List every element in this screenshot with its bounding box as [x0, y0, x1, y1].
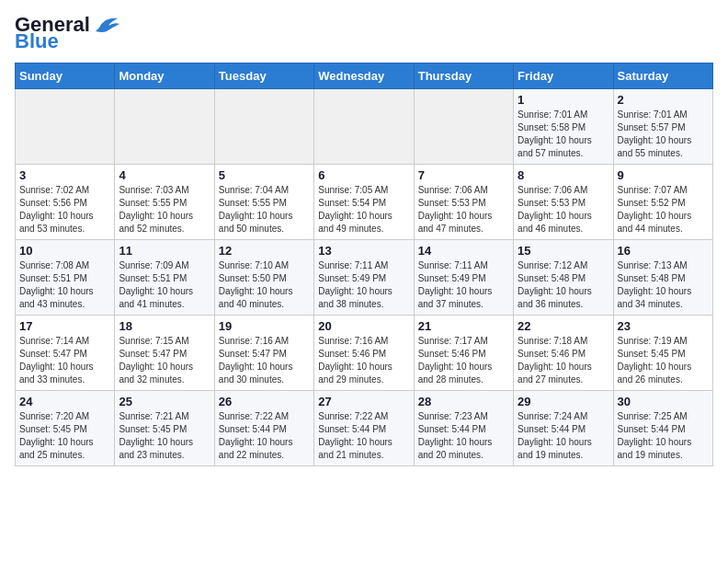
- day-info: Sunrise: 7:01 AMSunset: 5:58 PMDaylight:…: [518, 109, 609, 160]
- day-info: Sunrise: 7:03 AMSunset: 5:55 PMDaylight:…: [119, 184, 210, 236]
- day-number: 15: [518, 244, 609, 258]
- day-number: 3: [19, 168, 110, 182]
- day-number: 13: [318, 244, 409, 258]
- day-number: 21: [418, 319, 509, 333]
- day-header-wednesday: Wednesday: [314, 63, 414, 89]
- calendar-cell: 14Sunrise: 7:11 AMSunset: 5:49 PMDayligh…: [414, 240, 513, 316]
- calendar-cell: 4Sunrise: 7:03 AMSunset: 5:55 PMDaylight…: [115, 165, 214, 240]
- day-info: Sunrise: 7:16 AMSunset: 5:47 PMDaylight:…: [219, 335, 310, 386]
- day-info: Sunrise: 7:07 AMSunset: 5:52 PMDaylight:…: [618, 184, 709, 236]
- day-number: 11: [119, 244, 210, 258]
- week-row-2: 3Sunrise: 7:02 AMSunset: 5:56 PMDaylight…: [16, 165, 713, 240]
- day-info: Sunrise: 7:24 AMSunset: 5:44 PMDaylight:…: [518, 410, 609, 462]
- calendar-cell: 30Sunrise: 7:25 AMSunset: 5:44 PMDayligh…: [613, 391, 712, 466]
- day-number: 20: [318, 319, 409, 333]
- calendar-cell: 13Sunrise: 7:11 AMSunset: 5:49 PMDayligh…: [314, 240, 414, 316]
- calendar-cell: 16Sunrise: 7:13 AMSunset: 5:48 PMDayligh…: [613, 240, 712, 316]
- day-number: 8: [518, 168, 609, 182]
- day-info: Sunrise: 7:14 AMSunset: 5:47 PMDaylight:…: [19, 335, 110, 386]
- day-header-tuesday: Tuesday: [214, 63, 313, 89]
- calendar-cell: 25Sunrise: 7:21 AMSunset: 5:45 PMDayligh…: [115, 391, 214, 466]
- week-row-3: 10Sunrise: 7:08 AMSunset: 5:51 PMDayligh…: [16, 240, 713, 316]
- week-row-4: 17Sunrise: 7:14 AMSunset: 5:47 PMDayligh…: [16, 316, 713, 391]
- day-header-saturday: Saturday: [613, 63, 712, 89]
- day-info: Sunrise: 7:08 AMSunset: 5:51 PMDaylight:…: [19, 259, 110, 311]
- day-info: Sunrise: 7:19 AMSunset: 5:45 PMDaylight:…: [618, 335, 709, 386]
- calendar-cell: 22Sunrise: 7:18 AMSunset: 5:46 PMDayligh…: [514, 316, 613, 391]
- calendar-cell: 1Sunrise: 7:01 AMSunset: 5:58 PMDaylight…: [514, 89, 613, 165]
- day-number: 4: [119, 168, 210, 182]
- day-number: 28: [418, 395, 509, 408]
- day-info: Sunrise: 7:06 AMSunset: 5:53 PMDaylight:…: [418, 184, 509, 236]
- calendar-cell: [115, 89, 214, 165]
- day-info: Sunrise: 7:20 AMSunset: 5:45 PMDaylight:…: [19, 410, 110, 462]
- day-info: Sunrise: 7:02 AMSunset: 5:56 PMDaylight:…: [19, 184, 110, 236]
- day-info: Sunrise: 7:22 AMSunset: 5:44 PMDaylight:…: [318, 410, 409, 462]
- day-info: Sunrise: 7:11 AMSunset: 5:49 PMDaylight:…: [318, 259, 409, 311]
- day-info: Sunrise: 7:25 AMSunset: 5:44 PMDaylight:…: [618, 410, 709, 462]
- calendar-cell: 7Sunrise: 7:06 AMSunset: 5:53 PMDaylight…: [414, 165, 513, 240]
- day-number: 23: [618, 319, 709, 333]
- day-number: 29: [518, 395, 609, 408]
- day-number: 9: [618, 168, 709, 182]
- calendar-cell: [314, 89, 414, 165]
- calendar-cell: 9Sunrise: 7:07 AMSunset: 5:52 PMDaylight…: [613, 165, 712, 240]
- calendar-cell: 8Sunrise: 7:06 AMSunset: 5:53 PMDaylight…: [514, 165, 613, 240]
- day-info: Sunrise: 7:01 AMSunset: 5:57 PMDaylight:…: [618, 109, 709, 160]
- calendar-cell: 6Sunrise: 7:05 AMSunset: 5:54 PMDaylight…: [314, 165, 414, 240]
- day-info: Sunrise: 7:22 AMSunset: 5:44 PMDaylight:…: [219, 410, 310, 462]
- calendar-cell: 29Sunrise: 7:24 AMSunset: 5:44 PMDayligh…: [514, 391, 613, 466]
- week-row-5: 24Sunrise: 7:20 AMSunset: 5:45 PMDayligh…: [16, 391, 713, 466]
- day-number: 27: [318, 395, 409, 408]
- calendar-cell: [16, 89, 115, 165]
- day-header-friday: Friday: [514, 63, 613, 89]
- calendar-cell: 3Sunrise: 7:02 AMSunset: 5:56 PMDaylight…: [16, 165, 115, 240]
- day-header-thursday: Thursday: [414, 63, 513, 89]
- day-number: 7: [418, 168, 509, 182]
- day-header-monday: Monday: [115, 63, 214, 89]
- day-number: 2: [618, 93, 709, 107]
- day-number: 17: [19, 319, 110, 333]
- day-number: 14: [418, 244, 509, 258]
- days-header-row: SundayMondayTuesdayWednesdayThursdayFrid…: [16, 63, 713, 89]
- day-info: Sunrise: 7:17 AMSunset: 5:46 PMDaylight:…: [418, 335, 509, 386]
- calendar-table: SundayMondayTuesdayWednesdayThursdayFrid…: [15, 63, 713, 466]
- day-info: Sunrise: 7:10 AMSunset: 5:50 PMDaylight:…: [219, 259, 310, 311]
- calendar-cell: 20Sunrise: 7:16 AMSunset: 5:46 PMDayligh…: [314, 316, 414, 391]
- calendar-cell: 26Sunrise: 7:22 AMSunset: 5:44 PMDayligh…: [214, 391, 313, 466]
- week-row-1: 1Sunrise: 7:01 AMSunset: 5:58 PMDaylight…: [16, 89, 713, 165]
- day-info: Sunrise: 7:06 AMSunset: 5:53 PMDaylight:…: [518, 184, 609, 236]
- day-info: Sunrise: 7:12 AMSunset: 5:48 PMDaylight:…: [518, 259, 609, 311]
- calendar-cell: 24Sunrise: 7:20 AMSunset: 5:45 PMDayligh…: [16, 391, 115, 466]
- day-number: 22: [518, 319, 609, 333]
- calendar-cell: 15Sunrise: 7:12 AMSunset: 5:48 PMDayligh…: [514, 240, 613, 316]
- day-number: 18: [119, 319, 210, 333]
- day-info: Sunrise: 7:13 AMSunset: 5:48 PMDaylight:…: [618, 259, 709, 311]
- calendar-cell: 18Sunrise: 7:15 AMSunset: 5:47 PMDayligh…: [115, 316, 214, 391]
- day-header-sunday: Sunday: [16, 63, 115, 89]
- logo-blue-text: Blue: [15, 31, 59, 52]
- day-number: 30: [618, 395, 709, 408]
- day-info: Sunrise: 7:16 AMSunset: 5:46 PMDaylight:…: [318, 335, 409, 386]
- day-info: Sunrise: 7:18 AMSunset: 5:46 PMDaylight:…: [518, 335, 609, 386]
- day-info: Sunrise: 7:23 AMSunset: 5:44 PMDaylight:…: [418, 410, 509, 462]
- calendar-cell: 21Sunrise: 7:17 AMSunset: 5:46 PMDayligh…: [414, 316, 513, 391]
- day-info: Sunrise: 7:11 AMSunset: 5:49 PMDaylight:…: [418, 259, 509, 311]
- calendar-cell: 17Sunrise: 7:14 AMSunset: 5:47 PMDayligh…: [16, 316, 115, 391]
- calendar-cell: 2Sunrise: 7:01 AMSunset: 5:57 PMDaylight…: [613, 89, 712, 165]
- calendar-cell: [414, 89, 513, 165]
- logo: General Blue: [15, 15, 121, 52]
- day-number: 1: [518, 93, 609, 107]
- calendar-cell: 28Sunrise: 7:23 AMSunset: 5:44 PMDayligh…: [414, 391, 513, 466]
- day-info: Sunrise: 7:09 AMSunset: 5:51 PMDaylight:…: [119, 259, 210, 311]
- day-number: 10: [19, 244, 110, 258]
- day-info: Sunrise: 7:04 AMSunset: 5:55 PMDaylight:…: [219, 184, 310, 236]
- calendar-cell: 11Sunrise: 7:09 AMSunset: 5:51 PMDayligh…: [115, 240, 214, 316]
- day-number: 26: [219, 395, 310, 408]
- day-info: Sunrise: 7:15 AMSunset: 5:47 PMDaylight:…: [119, 335, 210, 386]
- calendar-cell: 5Sunrise: 7:04 AMSunset: 5:55 PMDaylight…: [214, 165, 313, 240]
- calendar-cell: 12Sunrise: 7:10 AMSunset: 5:50 PMDayligh…: [214, 240, 313, 316]
- calendar-cell: [214, 89, 313, 165]
- day-number: 6: [318, 168, 409, 182]
- day-number: 19: [219, 319, 310, 333]
